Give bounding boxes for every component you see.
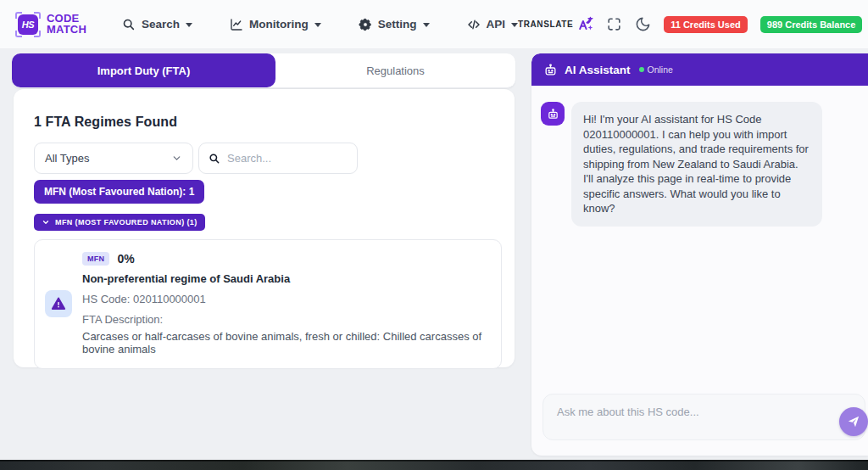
hs-logo-mark: HS [15,12,41,37]
nav-label: Monitoring [249,18,309,31]
credits-used-badge: 11 Credits Used [664,16,748,33]
rate-row: MFN 0% [82,252,487,266]
regime-card-body: MFN 0% Non-preferential regime of Saudi … [82,252,487,355]
moon-icon [635,16,651,32]
chevron-down-icon [186,23,192,27]
monitoring-icon [230,18,243,31]
filter-row: All Types [34,143,494,174]
nav-item-setting[interactable]: Setting [359,18,430,31]
code-icon [467,18,481,31]
app-logo[interactable]: HS CODE MATCH [15,12,86,37]
gear-icon [359,18,372,31]
nav-label: API [487,18,506,31]
nav-label: Search [142,18,180,31]
chat-input[interactable] [543,394,865,439]
regime-title: Non-preferential regime of Saudi Arabia [82,272,487,285]
search-input[interactable] [227,152,337,165]
ai-assistant-panel: AI Assistant Online Hi! I'm your AI assi… [531,53,868,456]
mfn-summary-button[interactable]: MFN (Most Favoured Nation): 1 [34,180,204,204]
dark-mode-toggle[interactable] [635,16,651,32]
duty-rate: 0% [117,252,134,266]
translate-button[interactable]: TRANSLATE [518,16,593,32]
online-status: Online [639,64,673,75]
ai-assistant-header: AI Assistant Online [531,53,868,86]
type-filter-select[interactable]: All Types [34,143,193,174]
online-status-label: Online [648,64,673,75]
robot-icon [547,108,559,120]
navbar-right: TRANSLATE 11 Credits Used 989 Credits Ba… [518,10,868,39]
translate-icon [577,16,593,32]
top-navbar: HS CODE MATCH Search Monitoring Setting [0,0,868,49]
ai-assistant-title: AI Assistant [565,64,631,76]
results-heading: 1 FTA Regimes Found [34,115,494,130]
fta-description-label: FTA Description: [82,313,487,326]
fullscreen-button[interactable] [606,16,622,32]
chevron-down-icon [511,23,518,27]
type-filter-value: All Types [45,152,90,165]
logo-wordmark: CODE MATCH [47,14,86,35]
chevron-down-icon [314,23,321,27]
ai-message-row: Hi! I'm your AI assistant for HS Code 02… [531,86,868,227]
nav-item-monitoring[interactable]: Monitoring [230,18,321,31]
warning-icon [45,290,72,317]
fta-results-panel: 1 FTA Regimes Found All Types MFN (Most … [14,89,515,367]
tab-import-duty[interactable]: Import Duty (FTA) [12,53,275,87]
chevron-down-icon [42,218,50,227]
bot-avatar [541,102,565,126]
ai-message-bubble: Hi! I'm your AI assistant for HS Code 02… [571,102,822,227]
main-menu: Search Monitoring Setting API [122,18,518,31]
mfn-badge: MFN [82,252,109,266]
hs-code-line: HS Code: 020110000001 [82,293,487,305]
nav-label: Setting [378,18,417,31]
app-root: HS CODE MATCH Search Monitoring Setting [0,0,868,470]
online-status-dot [639,67,644,72]
mfn-group-label: MFN (MOST FAVOURED NATION) (1) [55,218,198,227]
robot-icon [543,63,558,77]
regime-search [198,143,358,174]
tab-regulations[interactable]: Regulations [275,53,515,87]
paper-plane-icon [847,415,860,428]
search-icon [122,18,136,31]
nav-item-api[interactable]: API [467,18,519,31]
credits-balance-badge: 989 Credits Balance [760,16,863,33]
fullscreen-icon [606,16,622,32]
hs-logo-letters: HS [18,14,38,35]
fta-description-text: Carcases or half-carcases of bovine anim… [82,330,487,355]
chevron-down-icon [423,23,430,27]
send-button[interactable] [839,407,868,436]
fta-tabbar: Import Duty (FTA) Regulations [12,53,515,88]
chat-input-container [542,394,865,440]
nav-item-search[interactable]: Search [122,18,192,31]
chevron-down-icon [171,153,182,164]
mfn-group-toggle[interactable]: MFN (MOST FAVOURED NATION) (1) [34,214,205,231]
regime-card[interactable]: MFN 0% Non-preferential regime of Saudi … [34,239,502,369]
search-icon [209,153,220,165]
logo-line2: MATCH [47,25,86,36]
translate-label: TRANSLATE [518,20,573,29]
desktop-background-strip [0,460,868,470]
